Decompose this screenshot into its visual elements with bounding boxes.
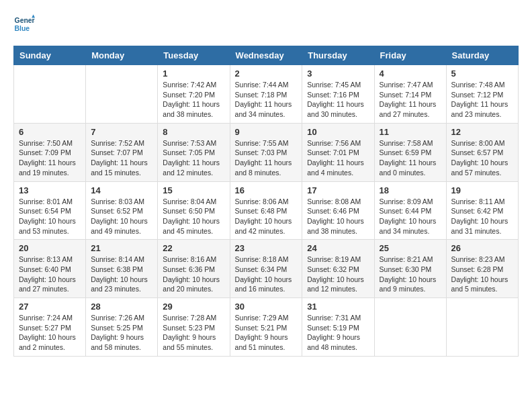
day-number: 31 [307,302,369,312]
calendar-cell: 7Sunrise: 7:52 AM Sunset: 7:07 PM Daylig… [86,123,158,181]
calendar-cell: 29Sunrise: 7:28 AM Sunset: 5:23 PM Dayli… [158,298,230,357]
week-row-4: 27Sunrise: 7:24 AM Sunset: 5:27 PM Dayli… [14,298,519,357]
day-number: 24 [307,243,369,253]
day-info: Sunrise: 8:23 AM Sunset: 6:28 PM Dayligh… [451,255,513,294]
day-info: Sunrise: 8:13 AM Sunset: 6:40 PM Dayligh… [19,255,81,294]
calendar-cell: 20Sunrise: 8:13 AM Sunset: 6:40 PM Dayli… [14,240,86,298]
day-number: 17 [307,185,369,195]
weekday-header-monday: Monday [86,46,158,65]
day-number: 5 [451,68,513,79]
calendar-cell [446,298,518,357]
day-info: Sunrise: 7:42 AM Sunset: 7:20 PM Dayligh… [163,80,224,120]
day-info: Sunrise: 8:08 AM Sunset: 6:46 PM Dayligh… [307,197,369,236]
calendar-cell: 2Sunrise: 7:44 AM Sunset: 7:18 PM Daylig… [230,65,302,124]
day-number: 4 [380,68,441,79]
day-info: Sunrise: 7:50 AM Sunset: 7:09 PM Dayligh… [19,138,81,178]
day-number: 14 [91,185,152,195]
day-info: Sunrise: 7:31 AM Sunset: 5:19 PM Dayligh… [307,313,369,353]
day-info: Sunrise: 8:09 AM Sunset: 6:44 PM Dayligh… [380,197,441,236]
day-number: 23 [235,243,298,253]
day-info: Sunrise: 8:11 AM Sunset: 6:42 PM Dayligh… [451,197,513,236]
calendar-table: SundayMondayTuesdayWednesdayThursdayFrid… [13,46,519,357]
day-info: Sunrise: 7:53 AM Sunset: 7:05 PM Dayligh… [163,138,224,178]
day-number: 10 [307,127,369,137]
calendar-cell: 8Sunrise: 7:53 AM Sunset: 7:05 PM Daylig… [158,123,230,181]
calendar-cell: 28Sunrise: 7:26 AM Sunset: 5:25 PM Dayli… [86,298,158,357]
calendar-cell: 14Sunrise: 8:03 AM Sunset: 6:52 PM Dayli… [86,181,158,240]
day-info: Sunrise: 7:24 AM Sunset: 5:27 PM Dayligh… [19,313,81,353]
day-number: 26 [451,243,513,253]
day-number: 7 [91,127,152,137]
day-info: Sunrise: 8:19 AM Sunset: 6:32 PM Dayligh… [307,255,369,294]
calendar-cell: 18Sunrise: 8:09 AM Sunset: 6:44 PM Dayli… [374,181,446,240]
svg-text:Blue: Blue [15,25,30,32]
logo: General Blue [13,13,35,35]
weekday-header-wednesday: Wednesday [230,46,302,65]
week-row-2: 13Sunrise: 8:01 AM Sunset: 6:54 PM Dayli… [14,181,519,240]
day-number: 6 [19,127,81,137]
day-info: Sunrise: 8:06 AM Sunset: 6:48 PM Dayligh… [235,197,298,236]
week-row-1: 6Sunrise: 7:50 AM Sunset: 7:09 PM Daylig… [14,123,519,181]
calendar-cell: 25Sunrise: 8:21 AM Sunset: 6:30 PM Dayli… [374,240,446,298]
weekday-header-sunday: Sunday [14,46,86,65]
day-number: 22 [163,243,224,253]
day-info: Sunrise: 8:04 AM Sunset: 6:50 PM Dayligh… [163,197,224,236]
day-info: Sunrise: 7:44 AM Sunset: 7:18 PM Dayligh… [235,80,298,120]
calendar-cell: 26Sunrise: 8:23 AM Sunset: 6:28 PM Dayli… [446,240,518,298]
day-number: 20 [19,243,81,253]
weekday-header-friday: Friday [374,46,446,65]
logo-icon: General Blue [13,13,35,35]
weekday-header-row: SundayMondayTuesdayWednesdayThursdayFrid… [14,46,519,65]
day-info: Sunrise: 8:18 AM Sunset: 6:34 PM Dayligh… [235,255,298,294]
calendar-cell: 11Sunrise: 7:58 AM Sunset: 6:59 PM Dayli… [374,123,446,181]
day-number: 11 [380,127,441,137]
day-info: Sunrise: 7:47 AM Sunset: 7:14 PM Dayligh… [380,80,441,120]
weekday-header-thursday: Thursday [302,46,374,65]
day-info: Sunrise: 7:48 AM Sunset: 7:12 PM Dayligh… [451,80,513,120]
calendar-cell: 13Sunrise: 8:01 AM Sunset: 6:54 PM Dayli… [14,181,86,240]
page-header: General Blue [13,13,519,35]
day-number: 12 [451,127,513,137]
calendar-cell [86,65,158,124]
calendar-cell: 16Sunrise: 8:06 AM Sunset: 6:48 PM Dayli… [230,181,302,240]
calendar-cell: 27Sunrise: 7:24 AM Sunset: 5:27 PM Dayli… [14,298,86,357]
week-row-3: 20Sunrise: 8:13 AM Sunset: 6:40 PM Dayli… [14,240,519,298]
day-number: 2 [235,68,298,79]
calendar-cell: 1Sunrise: 7:42 AM Sunset: 7:20 PM Daylig… [158,65,230,124]
svg-text:General: General [15,17,35,24]
calendar-cell [14,65,86,124]
day-number: 3 [307,68,369,79]
day-number: 8 [163,127,224,137]
day-number: 27 [19,302,81,312]
day-number: 1 [163,68,224,79]
day-info: Sunrise: 7:56 AM Sunset: 7:01 PM Dayligh… [307,138,369,178]
day-info: Sunrise: 7:55 AM Sunset: 7:03 PM Dayligh… [235,138,298,178]
day-number: 13 [19,185,81,195]
calendar-cell: 9Sunrise: 7:55 AM Sunset: 7:03 PM Daylig… [230,123,302,181]
day-number: 19 [451,185,513,195]
day-info: Sunrise: 7:28 AM Sunset: 5:23 PM Dayligh… [163,313,224,353]
calendar-cell: 30Sunrise: 7:29 AM Sunset: 5:21 PM Dayli… [230,298,302,357]
calendar-cell: 31Sunrise: 7:31 AM Sunset: 5:19 PM Dayli… [302,298,374,357]
weekday-header-saturday: Saturday [446,46,518,65]
day-number: 9 [235,127,298,137]
day-number: 15 [163,185,224,195]
calendar-cell: 19Sunrise: 8:11 AM Sunset: 6:42 PM Dayli… [446,181,518,240]
svg-marker-2 [32,15,35,18]
calendar-cell [374,298,446,357]
calendar-cell: 5Sunrise: 7:48 AM Sunset: 7:12 PM Daylig… [446,65,518,124]
day-info: Sunrise: 7:52 AM Sunset: 7:07 PM Dayligh… [91,138,152,178]
calendar-cell: 12Sunrise: 8:00 AM Sunset: 6:57 PM Dayli… [446,123,518,181]
day-number: 29 [163,302,224,312]
calendar-cell: 15Sunrise: 8:04 AM Sunset: 6:50 PM Dayli… [158,181,230,240]
calendar-cell: 4Sunrise: 7:47 AM Sunset: 7:14 PM Daylig… [374,65,446,124]
calendar-cell: 10Sunrise: 7:56 AM Sunset: 7:01 PM Dayli… [302,123,374,181]
day-number: 18 [380,185,441,195]
day-info: Sunrise: 8:14 AM Sunset: 6:38 PM Dayligh… [91,255,152,294]
day-info: Sunrise: 8:01 AM Sunset: 6:54 PM Dayligh… [19,197,81,236]
day-number: 28 [91,302,152,312]
calendar-cell: 21Sunrise: 8:14 AM Sunset: 6:38 PM Dayli… [86,240,158,298]
day-info: Sunrise: 7:58 AM Sunset: 6:59 PM Dayligh… [380,138,441,178]
calendar-cell: 22Sunrise: 8:16 AM Sunset: 6:36 PM Dayli… [158,240,230,298]
calendar-cell: 17Sunrise: 8:08 AM Sunset: 6:46 PM Dayli… [302,181,374,240]
